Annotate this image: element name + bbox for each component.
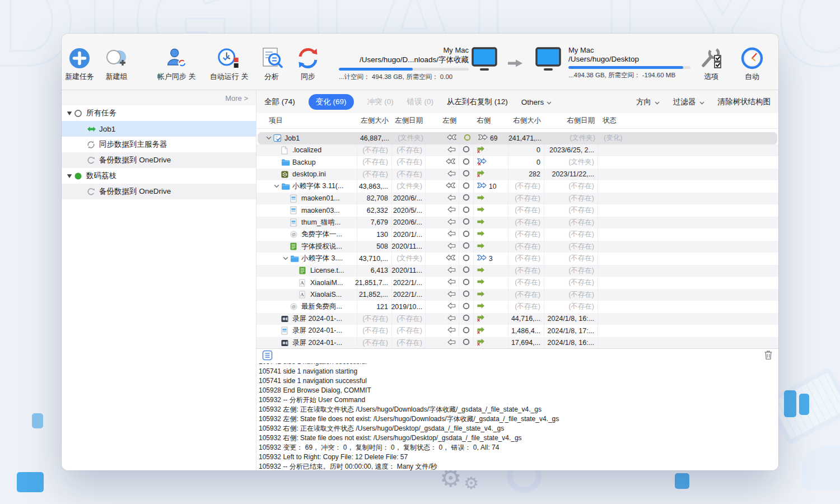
right-arrow-icon[interactable] [477, 314, 485, 324]
no-sync-ring-icon[interactable] [464, 134, 471, 143]
no-sync-ring-icon[interactable] [463, 218, 470, 227]
sidebar-item-同步数据到主服务器[interactable]: 同步数据到主服务器 [62, 137, 256, 152]
left-path[interactable]: /Users/hugo/D...nloads/字体收藏 [339, 55, 469, 65]
tab-全部 (74)[interactable]: 全部 (74) [264, 97, 295, 107]
table-row[interactable]: AXiaolaiM...21,851,7...2022/1/...(不存在)(不… [256, 277, 778, 289]
caret-down-icon[interactable] [272, 184, 281, 188]
right-arrow-icon[interactable] [477, 278, 485, 287]
right-arrow-icon[interactable] [478, 133, 488, 143]
table-row[interactable]: desktop.ini(不存在)(不存在)2822023/11/22,... [256, 169, 778, 181]
no-sync-ring-icon[interactable] [463, 182, 470, 191]
left-arrow-icon[interactable] [447, 314, 456, 324]
sync-button[interactable]: 同步 [296, 46, 320, 82]
autorun-button[interactable]: 自动运行 关 [210, 46, 249, 82]
right-path[interactable]: /Users/hugo/Desktop [568, 55, 698, 63]
no-sync-ring-icon[interactable] [463, 230, 470, 239]
no-sync-ring-icon[interactable] [463, 146, 470, 155]
table-row[interactable]: Backup(不存在)(不存在)0(文件夹) [256, 156, 778, 169]
right-arrow-icon[interactable] [477, 254, 487, 263]
tab-Others[interactable]: Others [521, 98, 552, 106]
right-arrow-icon[interactable] [477, 302, 485, 311]
tri-down-icon[interactable] [62, 111, 74, 116]
right-arrow-icon[interactable] [477, 194, 485, 203]
new-task-button[interactable]: 新建任务 [65, 46, 94, 82]
right-arrow-icon[interactable] [477, 145, 485, 155]
table-row[interactable]: License.t...6,4132020/11...(不存在)(不存在) [256, 265, 778, 277]
no-sync-ring-icon[interactable] [463, 158, 470, 167]
left-arrow-icon[interactable] [447, 326, 456, 335]
table-row[interactable]: @免费字体一...1302020/1/...(不存在)(不存在) [256, 228, 778, 241]
tab-变化 (69)[interactable]: 变化 (69) [309, 94, 354, 110]
table-row[interactable]: maoken03...62,3322020/5/...(不存在)(不存在) [256, 204, 778, 217]
left-arrow-icon[interactable] [447, 230, 456, 239]
left-arrow-icon[interactable] [447, 133, 457, 143]
left-arrow-icon[interactable] [446, 157, 456, 167]
table-row[interactable]: 录屏 2024-01-...(不存在)(不存在)17,694,...2024/1… [256, 337, 778, 349]
auto-button[interactable]: 自动 [741, 46, 763, 82]
column-header-ring[interactable] [459, 113, 474, 128]
column-header-右侧大小[interactable]: 右侧大小 [508, 113, 544, 128]
new-group-button[interactable]: 新建组 [104, 46, 129, 82]
right-arrow-icon[interactable] [477, 157, 487, 167]
options-button[interactable]: 选项 [699, 46, 723, 82]
trash-icon[interactable] [764, 350, 773, 362]
column-header-左侧日期[interactable]: 左侧日期 [392, 113, 426, 128]
left-arrow-icon[interactable] [447, 266, 456, 276]
tri-down-icon[interactable] [62, 174, 74, 179]
right-arrow-icon[interactable] [477, 266, 485, 276]
tab-从左到右复制 (12)[interactable]: 从左到右复制 (12) [447, 97, 508, 107]
no-sync-ring-icon[interactable] [463, 290, 470, 299]
table-row[interactable]: .localized(不存在)(不存在)02023/6/25, 2... [256, 144, 778, 157]
right-arrow-icon[interactable] [477, 218, 485, 227]
no-sync-ring-icon[interactable] [463, 242, 470, 251]
control-过滤器[interactable]: 过滤器 [673, 97, 704, 107]
left-arrow-icon[interactable] [447, 218, 456, 227]
column-header-项目[interactable]: 项目 [256, 113, 357, 128]
right-arrow-icon[interactable] [477, 206, 485, 215]
caret-down-icon[interactable] [281, 256, 290, 260]
right-arrow-icon[interactable] [477, 338, 485, 348]
account-sync-button[interactable]: 帐户同步 关 [157, 46, 196, 82]
table-row[interactable]: Job146,887,...(文件夹)69241,471,...(文件夹)(变化… [258, 132, 777, 144]
column-header-左侧[interactable]: 左侧 [426, 113, 459, 128]
left-arrow-icon[interactable] [447, 170, 456, 179]
left-arrow-icon[interactable] [447, 146, 456, 155]
no-sync-ring-icon[interactable] [463, 170, 470, 179]
analyze-button[interactable]: 分析 [260, 46, 283, 82]
column-header-状态[interactable]: 状态 [598, 113, 778, 128]
no-sync-ring-icon[interactable] [463, 326, 470, 335]
no-sync-ring-icon[interactable] [463, 254, 470, 263]
no-sync-ring-icon[interactable] [463, 206, 470, 215]
left-arrow-icon[interactable] [447, 302, 456, 311]
right-arrow-icon[interactable] [477, 169, 485, 179]
log-list-icon[interactable] [262, 350, 273, 363]
left-arrow-icon[interactable] [447, 194, 456, 203]
left-arrow-icon[interactable] [447, 206, 456, 215]
left-arrow-icon[interactable] [447, 338, 456, 348]
no-sync-ring-icon[interactable] [463, 278, 470, 287]
left-arrow-icon[interactable] [446, 181, 456, 191]
control-方向[interactable]: 方向 [636, 97, 660, 107]
right-arrow-icon[interactable] [477, 181, 487, 191]
tab-错误 (0)[interactable]: 错误 (0) [407, 97, 433, 107]
right-arrow-icon[interactable] [477, 230, 485, 239]
table-row[interactable]: maoken01...82,7082020/6/...(不存在)(不存在) [256, 193, 778, 205]
right-arrow-icon[interactable] [477, 290, 485, 300]
table-row[interactable]: AXiaolaiS...21,852,...2022/1/...(不存在)(不存… [256, 289, 778, 301]
table-row[interactable]: 录屏 2024-01-...(不存在)(不存在)1,486,4...2024/1… [256, 325, 778, 337]
left-arrow-icon[interactable] [447, 278, 456, 287]
sidebar-group-数码荔枝[interactable]: 数码荔枝 [62, 168, 256, 184]
sidebar-more-link[interactable]: More > [62, 91, 256, 105]
left-arrow-icon[interactable] [446, 254, 456, 263]
no-sync-ring-icon[interactable] [463, 266, 470, 275]
sidebar-item-Job1[interactable]: Job1 [62, 121, 256, 137]
control-清除树状结构图[interactable]: 清除树状结构图 [718, 97, 771, 107]
no-sync-ring-icon[interactable] [463, 194, 470, 203]
left-arrow-icon[interactable] [447, 290, 456, 300]
right-arrow-icon[interactable] [477, 242, 485, 251]
table-row[interactable]: thum_猫啃...7,6792020/6/...(不存在)(不存在) [256, 217, 778, 229]
no-sync-ring-icon[interactable] [463, 314, 470, 323]
right-arrow-icon[interactable] [477, 326, 485, 336]
column-header-右侧日期[interactable]: 右侧日期 [544, 113, 598, 128]
table-row[interactable]: @最新免费商...1212019/10...(不存在)(不存在) [256, 301, 778, 313]
